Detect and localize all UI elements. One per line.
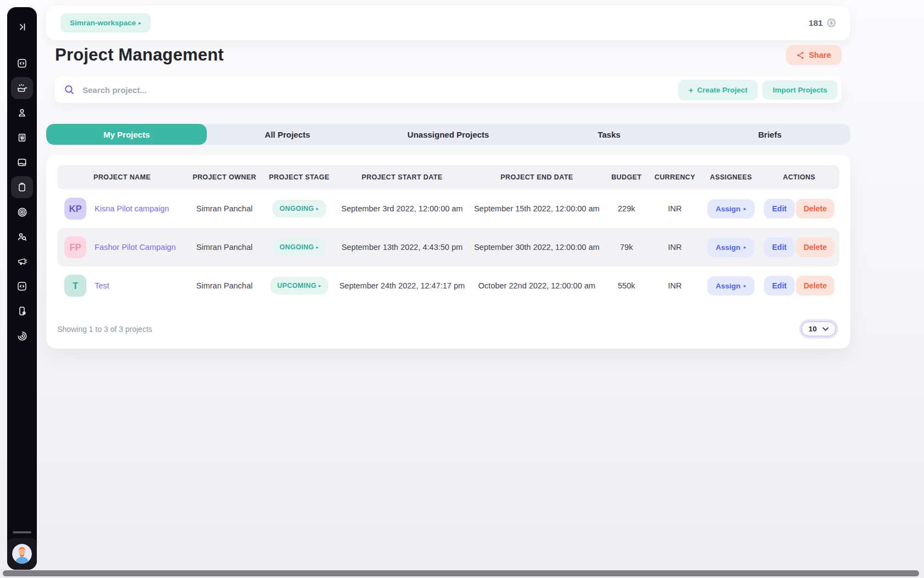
edit-button[interactable]: Edit	[764, 237, 795, 257]
project-budget: 550k	[606, 281, 647, 290]
tab-briefs[interactable]: Briefs	[690, 124, 850, 145]
column-header: ACTIONS	[759, 173, 839, 181]
sidebar-item-integrations[interactable]	[11, 325, 33, 347]
workspace-name: Simran-workspace	[70, 19, 136, 27]
create-project-button[interactable]: + Create Project	[678, 80, 758, 100]
code-icon	[16, 58, 28, 69]
person-icon	[16, 107, 28, 118]
sidebar-item-inbox[interactable]	[11, 151, 33, 173]
sidebar-item-code[interactable]	[11, 52, 33, 74]
sidebar-item-campaigns[interactable]	[11, 250, 33, 272]
project-stage-badge[interactable]: UPCOMING▸	[270, 277, 328, 295]
column-header: PROJECT STAGE	[262, 173, 337, 181]
table-row: KP Kisna Pilot campaign Simran Panchal O…	[57, 189, 839, 228]
page-size-value: 10	[809, 325, 817, 333]
project-owner: Simran Panchal	[187, 204, 262, 213]
sidebar-item-embed[interactable]	[11, 275, 33, 297]
project-start-date: September 24th 2022, 12:47:17 pm	[337, 281, 468, 290]
tab-my-projects[interactable]: My Projects	[46, 124, 207, 145]
inbox-monitor-icon	[16, 157, 28, 168]
project-name-link[interactable]: Test	[95, 281, 109, 290]
stage-label: UPCOMING	[277, 282, 316, 290]
import-projects-button[interactable]: Import Projects	[762, 80, 838, 100]
page-title: Project Management	[55, 45, 224, 65]
chevron-right-icon: ▸	[316, 206, 319, 211]
edit-button[interactable]: Edit	[764, 276, 795, 296]
megaphone-icon	[16, 256, 28, 267]
sidebar-item-project-management[interactable]	[11, 176, 33, 198]
search-input[interactable]	[82, 85, 674, 95]
column-header: PROJECT NAME	[57, 173, 187, 181]
tab-all-projects[interactable]: All Projects	[207, 124, 367, 145]
phone-gear-icon	[16, 306, 28, 317]
person-search-icon	[16, 231, 28, 242]
projects-table-card: PROJECT NAME PROJECT OWNER PROJECT STAGE…	[46, 155, 850, 348]
create-project-label: Create Project	[697, 86, 747, 94]
assign-button[interactable]: Assign▸	[707, 199, 755, 219]
spiral-icon	[16, 330, 28, 342]
chevron-down-icon	[822, 327, 829, 331]
project-currency: INR	[647, 243, 703, 252]
project-start-date: September 13th 2022, 4:43:50 pm	[337, 243, 468, 252]
project-currency: INR	[647, 204, 703, 213]
project-start-date: September 3rd 2022, 12:00:00 am	[337, 204, 468, 213]
project-name-link[interactable]: Kisna Pilot campaign	[95, 204, 169, 213]
assign-label: Assign	[716, 205, 740, 213]
page-size-select[interactable]: 10	[801, 321, 836, 336]
sidebar-avatar-section	[7, 538, 37, 570]
share-label: Share	[809, 51, 831, 59]
collapse-icon	[16, 21, 28, 32]
delete-button[interactable]: Delete	[796, 199, 834, 219]
column-header: BUDGET	[606, 173, 647, 181]
coin-icon: $	[827, 18, 836, 28]
user-avatar[interactable]	[12, 544, 32, 564]
project-owner: Simran Panchal	[187, 281, 262, 290]
project-avatar: T	[64, 275, 86, 297]
stage-label: ONGOING	[279, 205, 314, 212]
sidebar-item-projects[interactable]	[11, 77, 33, 99]
sidebar-item-find-people[interactable]	[11, 226, 33, 248]
project-stage-badge[interactable]: ONGOING▸	[272, 238, 326, 256]
project-avatar: KP	[64, 198, 86, 220]
chevron-right-icon: ▸	[744, 244, 746, 250]
assign-button[interactable]: Assign▸	[707, 238, 755, 257]
horizontal-scrollbar[interactable]	[3, 570, 919, 576]
tab-tasks[interactable]: Tasks	[529, 124, 689, 145]
sidebar-item-goals[interactable]	[11, 201, 33, 223]
project-stage-badge[interactable]: ONGOING▸	[272, 200, 326, 217]
project-name-link[interactable]: Fashor Pilot Campaign	[95, 243, 176, 252]
workspace-badge[interactable]: Simran-workspace ▸	[61, 13, 151, 32]
avatar-person-illustration	[12, 544, 32, 564]
column-header: CURRENCY	[647, 173, 703, 181]
project-avatar: FP	[64, 236, 86, 258]
svg-text:$: $	[830, 20, 833, 25]
project-budget: 229k	[606, 204, 647, 213]
chevron-right-icon: ▸	[744, 283, 746, 288]
chevron-right-icon: ▸	[744, 206, 746, 211]
chevron-right-icon: ▸	[316, 244, 319, 250]
credits-chip[interactable]: 181 $	[809, 18, 836, 28]
project-end-date: September 15th 2022, 12:00:00 am	[468, 204, 606, 213]
table-header-row: PROJECT NAME PROJECT OWNER PROJECT STAGE…	[57, 165, 839, 189]
sidebar-item-mobile-settings[interactable]	[11, 300, 33, 322]
table-row: T Test Simran Panchal UPCOMING▸ Septembe…	[57, 266, 839, 305]
table-footer: Showing 1 to 3 of 3 projects 10	[57, 321, 839, 336]
building-icon	[16, 132, 28, 143]
share-button[interactable]: Share	[786, 45, 842, 65]
tab-unassigned-projects[interactable]: Unassigned Projects	[368, 124, 529, 145]
sidebar-nav	[11, 52, 33, 347]
delete-button[interactable]: Delete	[796, 237, 834, 257]
sidebar-item-organization[interactable]	[11, 127, 33, 149]
project-budget: 79k	[606, 243, 647, 252]
credits-count: 181	[809, 18, 823, 28]
sidebar-collapse-button[interactable]	[11, 16, 33, 38]
import-projects-label: Import Projects	[773, 86, 827, 94]
delete-button[interactable]: Delete	[796, 276, 834, 296]
share-icon	[796, 51, 805, 59]
project-end-date: September 30th 2022, 12:00:00 am	[468, 243, 606, 252]
assign-button[interactable]: Assign▸	[707, 276, 755, 296]
assign-label: Assign	[716, 243, 740, 252]
sidebar-item-profile[interactable]	[11, 102, 33, 124]
edit-button[interactable]: Edit	[764, 199, 795, 219]
sidebar-divider	[13, 531, 31, 533]
